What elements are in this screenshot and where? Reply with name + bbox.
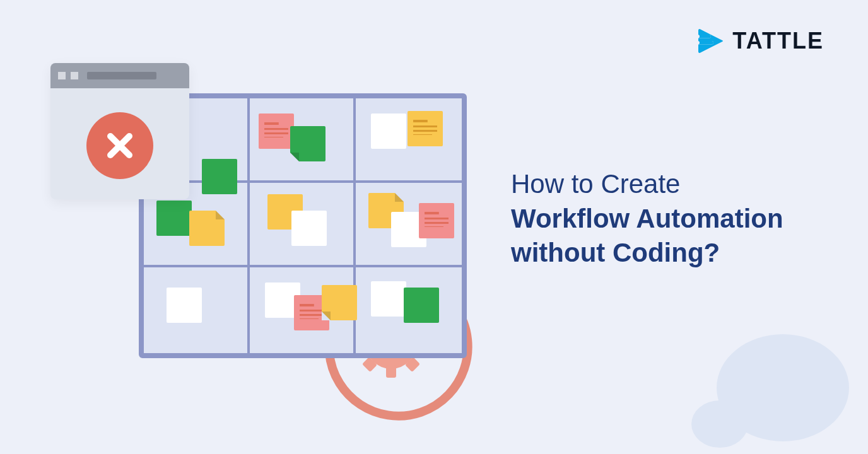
headline-line-2: Workflow Automation bbox=[511, 202, 839, 236]
sticky-note bbox=[259, 114, 294, 149]
svg-rect-5 bbox=[698, 35, 711, 38]
svg-rect-12 bbox=[386, 365, 396, 378]
sticky-note bbox=[371, 281, 406, 317]
sticky-note bbox=[408, 111, 443, 146]
brand-name: TATTLE bbox=[732, 28, 824, 54]
window-control-icon bbox=[58, 72, 66, 79]
dialog-titlebar bbox=[50, 63, 189, 88]
sticky-note bbox=[167, 288, 202, 323]
grid-line bbox=[144, 265, 462, 267]
grid-line bbox=[247, 98, 250, 353]
page-headline: How to Create Workflow Automation withou… bbox=[511, 167, 839, 271]
brand-logo: TATTLE bbox=[696, 26, 824, 55]
sticky-note bbox=[322, 285, 357, 320]
headline-line-3: without Coding? bbox=[511, 236, 839, 271]
svg-rect-7 bbox=[696, 35, 700, 38]
play-stripes-icon bbox=[696, 26, 725, 55]
svg-rect-8 bbox=[696, 41, 700, 45]
svg-rect-6 bbox=[698, 41, 713, 45]
sticky-note bbox=[156, 201, 192, 236]
titlebar-line bbox=[87, 72, 156, 79]
hero-illustration bbox=[50, 63, 454, 404]
sticky-note bbox=[290, 126, 326, 161]
sticky-note bbox=[291, 211, 327, 246]
sticky-note bbox=[404, 288, 439, 323]
sticky-note bbox=[202, 159, 237, 194]
error-dialog bbox=[50, 63, 189, 199]
sticky-note bbox=[371, 114, 406, 149]
headline-line-1: How to Create bbox=[511, 167, 839, 202]
grid-line bbox=[144, 180, 462, 183]
sticky-note bbox=[189, 211, 225, 246]
decorative-bubble-small bbox=[691, 400, 748, 448]
close-x-icon bbox=[86, 112, 153, 179]
window-control-icon bbox=[71, 72, 78, 79]
sticky-note bbox=[419, 203, 454, 238]
